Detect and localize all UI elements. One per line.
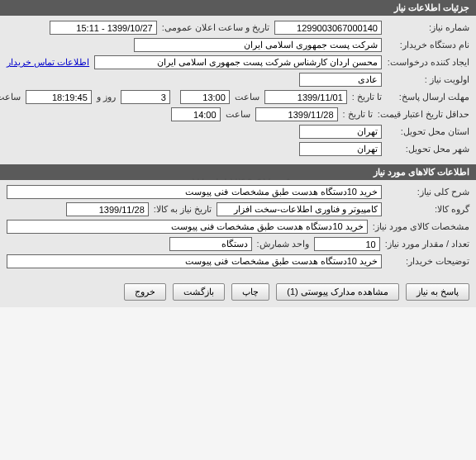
button-bar: پاسخ به نیاز مشاهده مدارک پیوستی (1) چاپ… bbox=[0, 277, 476, 307]
goods-spec-label: مشخصات کالای مورد نیاز: bbox=[373, 221, 469, 232]
delivery-province-label: استان محل تحویل: bbox=[387, 126, 469, 137]
to-date-label-1: تا تاریخ : bbox=[352, 92, 382, 102]
priority-label: اولویت نیاز : bbox=[387, 74, 469, 85]
remain-time[interactable] bbox=[26, 90, 92, 104]
buyer-org-field[interactable] bbox=[134, 38, 382, 52]
time-label-2: ساعت bbox=[226, 109, 250, 120]
qty-label: تعداد / مقدار مورد نیاز: bbox=[385, 239, 469, 249]
qty-field[interactable] bbox=[314, 237, 380, 251]
response-deadline-date[interactable] bbox=[264, 90, 347, 104]
buyer-org-label: نام دستگاه خریدار: bbox=[387, 40, 469, 50]
response-deadline-time[interactable] bbox=[180, 90, 230, 104]
delivery-city-field[interactable] bbox=[299, 142, 382, 156]
min-validity-time[interactable] bbox=[171, 107, 221, 121]
buyer-notes-label: توضیحات خریدار: bbox=[387, 256, 469, 267]
goods-group-field[interactable] bbox=[217, 202, 382, 216]
unit-field[interactable] bbox=[169, 237, 252, 251]
attachments-button[interactable]: مشاهده مدارک پیوستی (1) bbox=[276, 283, 399, 301]
buyer-contact-link[interactable]: اطلاعات تماس خریدار bbox=[7, 57, 89, 68]
general-desc-field[interactable] bbox=[7, 185, 382, 199]
need-to-date-label: تاریخ نیاز به کالا: bbox=[154, 204, 212, 215]
remain-suffix: ساعت باقی مانده bbox=[0, 92, 21, 102]
respond-button[interactable]: پاسخ به نیاز bbox=[406, 283, 469, 301]
remain-day-label: روز و bbox=[97, 92, 116, 102]
priority-field[interactable] bbox=[299, 73, 382, 87]
section2-header: اطلاعات کالاهای مورد نیاز bbox=[0, 164, 476, 180]
section1-header: جزئیات اطلاعات نیاز bbox=[0, 0, 476, 16]
unit-label: واحد شمارش: bbox=[257, 239, 309, 249]
public-datetime-field[interactable] bbox=[50, 21, 157, 35]
need-to-date-field[interactable] bbox=[66, 202, 149, 216]
public-datetime-label: تاریخ و ساعت اعلان عمومی: bbox=[162, 22, 269, 33]
to-date-label-2: تا تاریخ : bbox=[343, 109, 373, 120]
time-label-1: ساعت bbox=[235, 92, 259, 102]
delivery-city-label: شهر محل تحویل: bbox=[387, 144, 469, 154]
section1-body: شماره نیاز: تاریخ و ساعت اعلان عمومی: نا… bbox=[0, 16, 476, 164]
back-button[interactable]: بازگشت bbox=[173, 283, 225, 301]
remain-days[interactable] bbox=[121, 90, 170, 104]
need-number-label: شماره نیاز: bbox=[387, 22, 469, 33]
creator-field[interactable] bbox=[94, 55, 382, 69]
response-deadline-label: مهلت ارسال پاسخ: bbox=[387, 92, 469, 102]
section2-body: شرح کلی نیاز: گروه کالا: تاریخ نیاز به ک… bbox=[0, 180, 476, 277]
creator-label: ایجاد کننده درخواست: bbox=[387, 57, 469, 68]
min-validity-date[interactable] bbox=[255, 107, 338, 121]
min-validity-label: حداقل تاریخ اعتبار قیمت: bbox=[378, 109, 469, 120]
buyer-notes-field[interactable] bbox=[7, 254, 382, 268]
need-number-field[interactable] bbox=[274, 21, 382, 35]
goods-spec-field[interactable] bbox=[7, 220, 368, 234]
goods-group-label: گروه کالا: bbox=[387, 204, 469, 215]
general-desc-label: شرح کلی نیاز: bbox=[387, 187, 469, 197]
print-button[interactable]: چاپ bbox=[231, 283, 269, 301]
exit-button[interactable]: خروج bbox=[124, 283, 166, 301]
delivery-province-field[interactable] bbox=[299, 125, 382, 139]
